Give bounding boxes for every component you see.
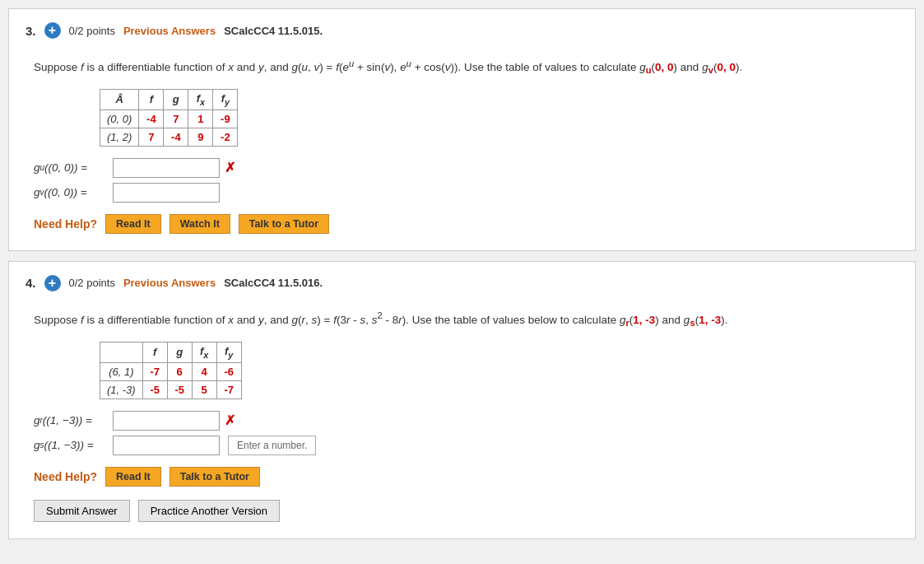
table-header: Â (100, 90, 139, 110)
points-label: 0/2 points (69, 277, 115, 289)
page-wrapper: 3.+0/2 pointsPrevious AnswersSCalcCC4 11… (0, 0, 924, 548)
problem-header: 3.+0/2 pointsPrevious AnswersSCalcCC4 11… (26, 22, 898, 44)
answer-row-1: gv((0, 0)) = (34, 183, 898, 203)
value-table: Âfgfxfy(0, 0)-471-9(1, 2)7-49-2 (100, 89, 238, 147)
tooltip: Enter a number. (228, 436, 316, 455)
table-cell-value: 7 (139, 128, 164, 146)
problem-description: Suppose f is a differentiable function o… (34, 308, 898, 330)
need-help-row: Need Help?Read ItWatch ItTalk to a Tutor (34, 214, 898, 234)
problem-number: 3. (26, 24, 36, 38)
problem-description: Suppose f is a differentiable function o… (34, 55, 898, 77)
previous-answers-link[interactable]: Previous Answers (123, 277, 216, 289)
table-cell-value: -2 (213, 128, 238, 146)
table-row: (1, 2)7-49-2 (100, 128, 238, 146)
table-cell-coord: (1, -3) (100, 380, 143, 399)
table-cell-value: -4 (164, 128, 188, 146)
table-header: f (139, 90, 164, 110)
table-header (100, 342, 143, 362)
answer-row-0: gr((1, −3)) =✗ (34, 411, 898, 431)
points-badge: + (44, 275, 61, 291)
table-cell-value: -6 (216, 362, 241, 380)
need-help-label: Need Help? (34, 217, 97, 231)
help-button-0[interactable]: Read It (105, 214, 161, 234)
table-cell-value: -7 (216, 380, 241, 399)
table-cell-value: 5 (192, 380, 216, 399)
problem-number: 4. (26, 276, 36, 290)
help-button-1[interactable]: Talk to a Tutor (169, 467, 260, 487)
error-icon: ✗ (225, 160, 235, 175)
points-label: 0/2 points (69, 25, 115, 37)
table-cell-value: -9 (213, 110, 238, 128)
table-header: f (142, 342, 167, 362)
table-cell-coord: (1, 2) (100, 128, 139, 146)
points-badge: + (44, 22, 61, 39)
help-button-0[interactable]: Read It (105, 467, 161, 487)
answer-label: gr((1, −3)) = (34, 414, 108, 426)
problem-box-1: 3.+0/2 pointsPrevious AnswersSCalcCC4 11… (8, 8, 916, 251)
submit-button[interactable]: Submit Answer (34, 500, 130, 522)
table-cell-coord: (6, 1) (100, 362, 143, 380)
problem-code: SCalcCC4 11.5.016. (224, 277, 323, 289)
table-header: fy (213, 90, 238, 110)
error-icon: ✗ (225, 413, 235, 428)
help-button-2[interactable]: Talk to a Tutor (239, 214, 329, 234)
table-header: g (164, 90, 188, 110)
table-row: (6, 1)-764-6 (100, 362, 242, 380)
table-cell-value: 9 (188, 128, 213, 146)
table-cell-value: -5 (167, 380, 192, 399)
bottom-buttons-row: Submit AnswerPractice Another Version (34, 500, 898, 522)
table-header: fx (192, 342, 216, 362)
table-cell-coord: (0, 0) (100, 110, 139, 128)
table-cell-value: -5 (142, 380, 167, 399)
answer-input[interactable] (113, 436, 220, 455)
table-cell-value: 4 (192, 362, 216, 380)
previous-answers-link[interactable]: Previous Answers (123, 25, 216, 37)
answer-input[interactable] (113, 183, 220, 203)
table-cell-value: 7 (164, 110, 188, 128)
table-cell-value: 6 (167, 362, 192, 380)
need-help-label: Need Help? (34, 470, 97, 483)
answer-row-0: gu((0, 0)) =✗ (34, 158, 898, 178)
answer-label: gv((0, 0)) = (34, 186, 108, 198)
need-help-row: Need Help?Read ItTalk to a Tutor (34, 467, 898, 487)
table-row: (1, -3)-5-55-7 (100, 380, 242, 399)
answer-input[interactable] (113, 158, 220, 178)
table-cell-value: 1 (188, 110, 213, 128)
table-row: (0, 0)-471-9 (100, 110, 238, 128)
problem-header: 4.+0/2 pointsPrevious AnswersSCalcCC4 11… (26, 275, 898, 296)
table-header: fy (216, 342, 241, 362)
answer-label: gu((0, 0)) = (34, 161, 108, 174)
problem-body: Suppose f is a differentiable function o… (26, 308, 898, 522)
problem-box-2: 4.+0/2 pointsPrevious AnswersSCalcCC4 11… (8, 261, 916, 539)
answer-label: gs((1, −3)) = (34, 439, 108, 451)
table-cell-value: -4 (139, 110, 164, 128)
problem-code: SCalcCC4 11.5.015. (224, 25, 323, 37)
help-button-1[interactable]: Watch It (169, 214, 230, 234)
answer-input[interactable] (113, 411, 220, 431)
table-header: fx (188, 90, 213, 110)
value-table: fgfxfy(6, 1)-764-6(1, -3)-5-55-7 (100, 342, 242, 399)
answer-row-1: gs((1, −3)) =Enter a number. (34, 436, 898, 455)
table-cell-value: -7 (142, 362, 167, 380)
problem-body: Suppose f is a differentiable function o… (26, 55, 898, 234)
table-header: g (167, 342, 192, 362)
practice-button[interactable]: Practice Another Version (138, 500, 280, 522)
